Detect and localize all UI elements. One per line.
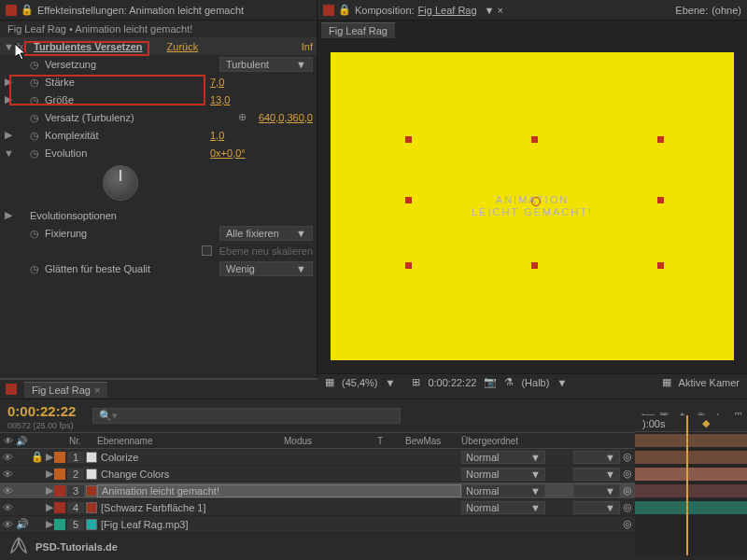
selection-handle[interactable] <box>657 136 664 143</box>
visibility-icon[interactable]: 👁 <box>0 452 15 463</box>
selection-handle[interactable] <box>657 197 664 203</box>
panel-close-icon[interactable] <box>323 5 334 16</box>
stopwatch-icon[interactable]: ◷ <box>30 147 41 159</box>
stopwatch-icon[interactable]: ◷ <box>30 112 41 123</box>
expand-icon[interactable]: ▶ <box>4 209 13 221</box>
reset-link[interactable]: Zurück <box>167 41 199 52</box>
stopwatch-icon[interactable]: ◷ <box>30 130 41 141</box>
zoom-display[interactable]: (45,4%) <box>342 377 378 388</box>
info-link[interactable]: Inf <box>302 41 313 52</box>
mode-dropdown[interactable]: Normal▼ <box>461 451 545 464</box>
selection-handle[interactable] <box>657 262 664 269</box>
layer-color[interactable] <box>54 485 65 497</box>
trkmat-dropdown[interactable]: ▼ <box>573 451 620 464</box>
layer-color[interactable] <box>54 452 65 463</box>
evolution-value[interactable]: 0x+0,0° <box>210 147 313 159</box>
expand-icon[interactable]: ▼ <box>4 147 13 159</box>
stopwatch-icon[interactable]: ◷ <box>30 59 41 70</box>
comp-tab[interactable]: Fig Leaf Rag <box>321 22 395 38</box>
trkmat-dropdown[interactable]: ▼ <box>573 468 620 481</box>
panel-close-icon[interactable] <box>6 5 17 16</box>
layer-type-icon <box>86 502 97 513</box>
visibility-icon[interactable]: 👁 <box>0 502 15 513</box>
composition-viewer[interactable]: ANIMATION LEICHT GEMACHT! <box>331 52 734 360</box>
trkmat-dropdown[interactable]: ▼ <box>573 501 620 514</box>
layer-name[interactable]: Animation leicht gemacht! <box>97 484 461 497</box>
comp-prefix: Komposition: <box>355 5 415 16</box>
audio-icon[interactable]: 🔊 <box>15 518 30 530</box>
layer-number: 5 <box>67 519 84 530</box>
timeline-tracks[interactable]: ):00s ◆ 00:30s <box>635 415 747 555</box>
col-t: T <box>374 434 402 448</box>
grid-icon[interactable]: ▦ <box>325 376 334 388</box>
watermark: PSD-Tutorials.de <box>7 536 118 558</box>
expand-icon[interactable]: ▶ <box>4 129 13 141</box>
pickwhip-icon[interactable]: ◎ <box>620 451 635 463</box>
expand-icon[interactable]: ▶ <box>45 468 54 480</box>
lock-icon[interactable]: 🔒 <box>30 451 45 463</box>
trkmat-dropdown[interactable]: ▼ <box>573 484 620 497</box>
effects-panel-title: Effekteinstellungen: Animation leicht ge… <box>37 5 244 16</box>
selection-handle[interactable] <box>405 197 412 203</box>
stopwatch-icon[interactable]: ◷ <box>30 263 41 274</box>
groesse-value[interactable]: 13,0 <box>210 94 313 105</box>
versatz-value[interactable]: 640,0,360,0 <box>259 112 313 123</box>
camera-label[interactable]: Aktive Kamer <box>679 377 740 388</box>
versetzung-dropdown[interactable]: Turbulent▼ <box>219 57 313 72</box>
prop-evolution: Evolution <box>45 147 206 159</box>
selection-handle[interactable] <box>531 262 538 269</box>
expand-effect-icon[interactable]: ▼ <box>4 41 13 52</box>
camera-icon[interactable]: 📷 <box>484 376 497 388</box>
col-parent: Übergeordnet <box>458 434 588 448</box>
expand-icon[interactable]: ▶ <box>45 501 54 513</box>
snapshot-icon[interactable]: ⚗ <box>504 376 514 388</box>
expand-icon[interactable]: ▶ <box>45 451 54 463</box>
stopwatch-icon[interactable]: ◷ <box>30 228 41 239</box>
view-icon[interactable]: ▦ <box>662 376 671 388</box>
layer-color[interactable] <box>54 502 65 513</box>
close-icon[interactable]: × <box>94 385 100 396</box>
layer-name[interactable]: Colorize <box>97 452 461 463</box>
glaetten-dropdown[interactable]: Wenig▼ <box>219 261 313 276</box>
pickwhip-icon[interactable]: ◎ <box>620 468 635 480</box>
layer-number: 2 <box>67 469 84 480</box>
layer-color[interactable] <box>54 519 65 530</box>
visibility-icon[interactable]: 👁 <box>0 519 15 530</box>
layer-name[interactable]: Change Colors <box>97 469 461 480</box>
mode-dropdown[interactable]: Normal▼ <box>461 468 545 481</box>
comp-name-link[interactable]: Fig Leaf Rag <box>418 5 477 16</box>
layer-color[interactable] <box>54 469 65 480</box>
mode-dropdown[interactable]: Normal▼ <box>461 501 545 514</box>
expand-icon[interactable]: ▶ <box>45 484 54 497</box>
timecode[interactable]: 0:00:22:22 <box>0 401 83 421</box>
search-input[interactable]: 🔍▾ <box>92 408 401 424</box>
time-display[interactable]: 0:00:22:22 <box>428 377 476 388</box>
res-icon[interactable]: ⊞ <box>412 376 420 388</box>
evolution-dial[interactable] <box>103 165 138 201</box>
selection-handle[interactable] <box>405 136 412 143</box>
pickwhip-icon[interactable]: ◎ <box>620 518 635 530</box>
komplexitaet-value[interactable]: 1,0 <box>210 130 313 141</box>
layer-name[interactable]: [Fig Leaf Rag.mp3] <box>97 519 461 530</box>
lock-icon[interactable]: 🔒 <box>338 4 351 16</box>
expand-icon[interactable]: ▶ <box>45 518 54 530</box>
panel-close-icon[interactable] <box>6 384 17 395</box>
anchor-point-icon[interactable] <box>531 197 541 206</box>
playhead[interactable] <box>686 415 688 555</box>
quality-display[interactable]: (Halb) <box>521 377 549 388</box>
breadcrumb: Fig Leaf Rag • Animation leicht gemacht! <box>7 23 192 35</box>
staerke-value[interactable]: 7,0 <box>210 77 313 88</box>
col-nr: Nr. <box>65 434 93 448</box>
timeline-tab[interactable]: Fig Leaf Rag× <box>24 382 107 398</box>
selection-handle[interactable] <box>531 136 538 143</box>
pickwhip-icon[interactable]: ◎ <box>620 484 635 497</box>
selection-handle[interactable] <box>405 262 412 269</box>
visibility-icon[interactable]: 👁 <box>0 485 15 497</box>
fixierung-dropdown[interactable]: Alle fixieren▼ <box>219 226 313 241</box>
layer-name[interactable]: [Schwarz Farbfläche 1] <box>97 502 461 513</box>
visibility-icon[interactable]: 👁 <box>0 469 15 480</box>
mode-dropdown[interactable]: Normal▼ <box>461 484 545 497</box>
pickwhip-icon[interactable]: ◎ <box>620 501 635 513</box>
skalieren-checkbox[interactable] <box>202 245 212 256</box>
lock-icon[interactable]: 🔒 <box>21 4 34 16</box>
